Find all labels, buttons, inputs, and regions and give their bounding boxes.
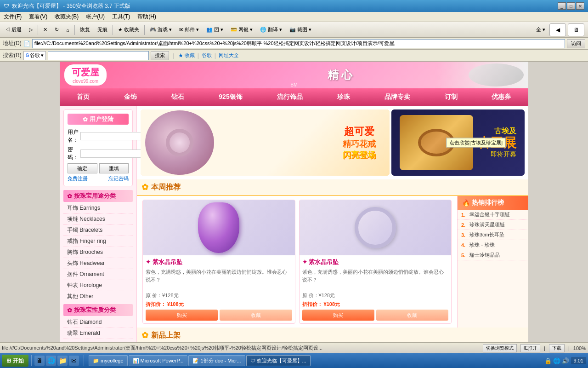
hot-name-5: 瑞士冷钢品品 (469, 252, 500, 259)
ql-icon-1[interactable]: 🖥 (34, 356, 45, 366)
minimize-btn[interactable]: _ (558, 2, 566, 10)
weekly-title: 本周推荐 (151, 183, 181, 192)
sunflower-icon: ✿ (141, 182, 148, 192)
home-button[interactable]: ⌂ (63, 23, 73, 36)
no-trace-button[interactable]: 无痕 (94, 23, 111, 36)
nav-diamond[interactable]: 钻石 (166, 91, 190, 103)
banner-flower-ring[interactable]: 超可爱 精巧花戒 闪亮登场 (141, 109, 390, 176)
taskbar-item-browser[interactable]: 🛡 欢迎光临【可爱屋】... (246, 355, 311, 366)
ie-open-btn[interactable]: IE打开 (520, 344, 540, 352)
cat-diamond[interactable]: 钻石 Diamond (63, 317, 133, 328)
taskbar: ⊞ 开始 🖥 🌐 📁 ✉ 📁 mycollege 📊 Microsoft Pow… (0, 353, 588, 368)
confirm-button[interactable]: 确定 (68, 163, 97, 173)
hot-item-5[interactable]: 5. 瑞士冷钢品品 (458, 250, 528, 260)
nav-coupon[interactable]: 优惠券 (486, 91, 516, 103)
menu-account[interactable]: 帐户(U) (86, 13, 105, 21)
menu-favorites[interactable]: 收藏夹(B) (55, 13, 79, 21)
menu-view[interactable]: 查看(V) (29, 13, 47, 21)
new-title: 新品上架 (151, 331, 181, 340)
search-button[interactable]: 搜索 (151, 51, 169, 60)
cat-emerald[interactable]: 翡翠 Emerald (63, 328, 133, 339)
reset-button[interactable]: 重填 (99, 163, 129, 173)
fav-btn-1[interactable]: 收藏 (220, 310, 292, 321)
hot-item-2[interactable]: 2. 珍珠满天星项链 (458, 220, 528, 230)
netbank-button[interactable]: 💳 网银 ▾ (227, 23, 256, 36)
search-input[interactable] (48, 51, 149, 60)
refresh-button[interactable]: ↻ (51, 23, 62, 36)
stop-button[interactable]: ✕ (40, 23, 51, 36)
nav-fashion[interactable]: 流行饰品 (271, 91, 308, 103)
cat-brooches[interactable]: 胸饰 Brooches (63, 247, 133, 258)
site-navigation: 首页 金饰 钻石 925银饰 流行饰品 珍珠 品牌专卖 订制 优惠券 (60, 88, 528, 106)
address-input[interactable] (32, 39, 565, 48)
switch-mode-btn[interactable]: 切换浏览模式 (483, 344, 517, 352)
status-sep2: | (568, 345, 570, 351)
favorites-button[interactable]: ★ 收藏夹 (115, 23, 142, 36)
nav-brand[interactable]: 品牌专卖 (379, 91, 416, 103)
login-buttons: 确定 重填 (68, 163, 129, 173)
nav-silver[interactable]: 925银饰 (213, 91, 248, 103)
nav-custom[interactable]: 订制 (439, 91, 463, 103)
more-button[interactable]: 全 ▾ (533, 23, 548, 36)
restore-button[interactable]: 恢复 (77, 23, 93, 36)
original-price-2: 原 价：¥128元 (302, 293, 335, 298)
cat-bracelets[interactable]: 手镯 Bracelets (63, 225, 133, 236)
buy-btn-1[interactable]: 购买 (146, 310, 218, 321)
search-engine-selector[interactable]: G 谷歌 ▾ (23, 51, 46, 60)
weekly-content: ✦ 紫水晶吊坠 紫色，充满诱惑，美丽的小花在美丽的颈边悄悄绽放。谁会忍心说不？ … (137, 196, 528, 328)
cat-ornament[interactable]: 摆件 Ornament (63, 269, 133, 280)
forgot-link[interactable]: 忘记密码 (108, 175, 129, 182)
ql-icon-2[interactable]: 🌐 (46, 356, 56, 366)
banner-right-title: 古埃及 (494, 126, 516, 136)
back-button[interactable]: ◁ ◁ 后退后退 (2, 23, 25, 36)
nav-gold[interactable]: 金饰 (119, 91, 142, 103)
start-button[interactable]: ⊞ 开始 (2, 355, 28, 367)
google-link[interactable]: 谷歌 (202, 52, 212, 59)
mail-button[interactable]: ✉ 邮件 ▾ (176, 23, 202, 36)
menu-file[interactable]: 文件(F) (4, 13, 22, 21)
cat-finger-ring[interactable]: 戒指 Finger ring (63, 236, 133, 247)
banner-ancient-egypt[interactable]: 古埃及 古玉展 即将开幕 点击欣赏[古埃及珍宝展] (391, 109, 525, 176)
taskbar-item-mycollege[interactable]: 📁 mycollege (89, 355, 128, 366)
cat-earrings[interactable]: 耳饰 Earrings (63, 203, 133, 214)
main-area: 超可爱 精巧花戒 闪亮登场 (137, 106, 528, 342)
forward-button[interactable]: ▷ (26, 23, 36, 36)
toolbar-sep-3 (113, 25, 113, 35)
cat-other[interactable]: 其他 Other (63, 291, 133, 302)
nav-link[interactable]: 网址大全 (219, 52, 239, 59)
close-btn[interactable]: ✕ (576, 2, 584, 10)
translate-button[interactable]: 🌐 翻译 ▾ (257, 23, 285, 36)
menu-tools[interactable]: 工具(T) (112, 13, 130, 21)
nav-home[interactable]: 首页 (71, 91, 95, 103)
hot-item-4[interactable]: 4. 珍珠－珍珠 (458, 240, 528, 250)
ql-icon-4[interactable]: ✉ (69, 356, 79, 366)
cat-headwear[interactable]: 头饰 Headwear (63, 258, 133, 269)
nav-pearl[interactable]: 珍珠 (332, 91, 356, 103)
favorites-link[interactable]: ★ 收藏 (178, 52, 195, 59)
site-logo: 可爱屋 (72, 66, 99, 79)
buy-btn-2[interactable]: 购买 (302, 310, 374, 321)
site-scroll[interactable]: 可爱屋 clove99.com 精 心 BM 首页 金饰 钻石 925银饰 流行… (60, 62, 528, 342)
maximize-btn[interactable]: □ (567, 2, 575, 10)
browser-nav-fwd[interactable]: 🖥 (568, 23, 584, 36)
cat-horologe[interactable]: 钟表 Horologe (63, 280, 133, 291)
team-button[interactable]: 👥 团 ▾ (203, 23, 226, 36)
ql-icon-3[interactable]: 📁 (57, 356, 68, 366)
browser-nav-back[interactable]: ◀ (549, 23, 566, 36)
screenshot-button[interactable]: 📷 截图 ▾ (286, 23, 315, 36)
download-btn[interactable]: 下载 (549, 344, 565, 352)
sep3: | (215, 52, 216, 59)
username-label: 用户名： (68, 128, 79, 144)
fav-btn-2[interactable]: 收藏 (376, 310, 448, 321)
taskbar-item-powerpoint[interactable]: 📊 Microsoft PowerP... (129, 355, 188, 366)
hot-item-3[interactable]: 3. 珍珠3cm长耳坠 (458, 230, 528, 240)
games-button[interactable]: 🎮 游戏 ▾ (147, 23, 175, 36)
go-button[interactable]: 访问 (567, 39, 585, 48)
taskbar-item-word[interactable]: 📝 1部分 doc - Micr... (188, 355, 245, 366)
menu-help[interactable]: 帮助(H) (137, 13, 156, 21)
register-link[interactable]: 免费注册 (68, 175, 88, 182)
cat2-icon: ✿ (67, 307, 72, 314)
hot-item-1[interactable]: 1. 幸运金银十字项链 (458, 210, 528, 220)
category-usage: ✿ 按珠宝用途分类 耳饰 Earrings 项链 Necklaces 手镯 Br… (63, 190, 133, 302)
cat-necklaces[interactable]: 项链 Necklaces (63, 214, 133, 225)
